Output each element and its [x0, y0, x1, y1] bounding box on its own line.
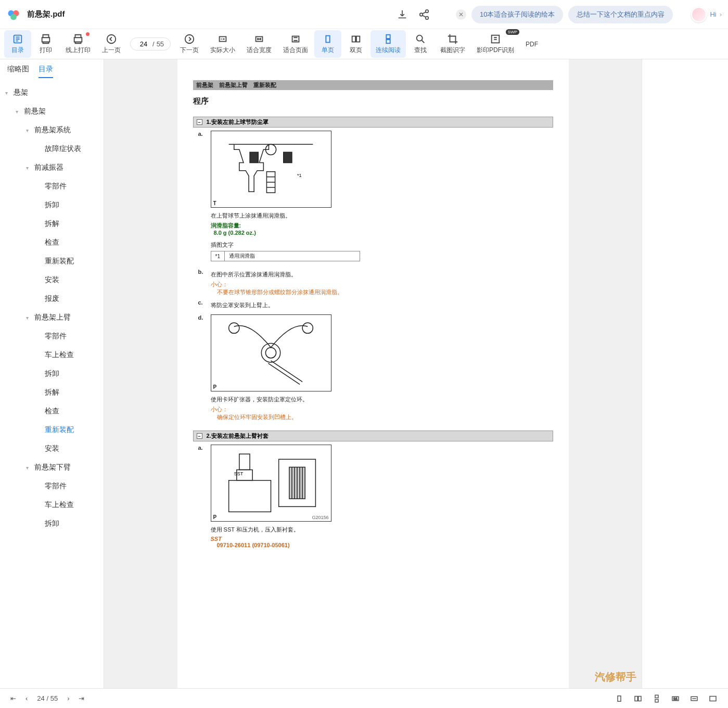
tree-item[interactable]: ▾前悬架	[2, 102, 101, 121]
tree-caret-icon: ▾	[26, 128, 32, 133]
first-page-button[interactable]: ⇤	[10, 694, 16, 702]
step-2-header: −2.安装左前悬架上臂衬套	[193, 431, 553, 441]
tree-item[interactable]: 安装	[2, 439, 101, 458]
one-to-one-icon[interactable]: 1:1	[671, 694, 680, 703]
svg-rect-35	[638, 696, 641, 701]
svg-point-27	[265, 348, 276, 358]
prev-page-button-sb[interactable]: ‹	[25, 694, 28, 702]
prev-page-button[interactable]: 上一页	[97, 30, 126, 58]
tree-item[interactable]: 零部件	[2, 477, 101, 496]
toc-button[interactable]: 目录	[4, 30, 31, 58]
suggestion-pill-1[interactable]: 10本适合孩子阅读的绘本	[471, 6, 563, 23]
tree-item[interactable]: ▾前悬架上臂	[2, 308, 101, 327]
double-page-button[interactable]: 双页	[342, 30, 369, 58]
tree-item[interactable]: ▾前减振器	[2, 158, 101, 177]
page-current-input[interactable]	[137, 40, 150, 48]
tab-thumbnail[interactable]: 缩略图	[7, 65, 29, 78]
tree-item-label: 拆卸	[45, 369, 59, 378]
svg-point-25	[302, 323, 313, 333]
svg-rect-33	[618, 696, 621, 701]
single-page-icon	[322, 33, 334, 45]
pdf-ocr-button[interactable]: SWP 影印PDF识别	[471, 30, 519, 58]
toc-icon	[12, 33, 23, 45]
ocr-icon	[490, 33, 501, 45]
share-icon[interactable]	[418, 9, 430, 20]
continuous-read-button[interactable]: 连续阅读	[371, 30, 406, 58]
fit-width-icon	[253, 33, 265, 45]
tree-item[interactable]: 车上检查	[2, 346, 101, 364]
online-print-button[interactable]: 线上打印	[60, 30, 96, 58]
sidebar: 缩略图 目录 ▾悬架▾前悬架▾前悬架系统故障症状表▾前减振器零部件拆卸拆解检查重…	[0, 59, 104, 688]
actual-size-button[interactable]: 实际大小	[205, 30, 240, 58]
avatar[interactable]	[691, 7, 707, 22]
tree-caret-icon: ▾	[26, 165, 32, 171]
find-button[interactable]: 查找	[407, 30, 434, 58]
tree-item[interactable]: 故障症状表	[2, 140, 101, 158]
pdf-button[interactable]: PDF	[520, 37, 543, 51]
tree-item[interactable]: 重新装配	[2, 252, 101, 271]
tree-item[interactable]: 拆卸	[2, 196, 101, 214]
tree-item[interactable]: 零部件	[2, 177, 101, 196]
tree-item-label: 车上检查	[45, 500, 74, 510]
svg-rect-36	[655, 695, 658, 698]
procedure-title: 程序	[193, 96, 553, 106]
svg-point-2	[10, 14, 17, 20]
svg-point-3	[426, 9, 429, 12]
svg-point-7	[107, 35, 116, 44]
fit-width-button[interactable]: 适合宽度	[241, 30, 277, 58]
tree-item-label: 报废	[45, 294, 59, 304]
suggestion-pill-2[interactable]: 总结一下这个文档的重点内容	[568, 6, 673, 23]
next-page-button[interactable]: 下一页	[175, 30, 204, 58]
two-page-view-icon[interactable]	[633, 694, 643, 703]
svg-rect-28	[239, 454, 250, 470]
toc-tree: ▾悬架▾前悬架▾前悬架系统故障症状表▾前减振器零部件拆卸拆解检查重新装配安装报废…	[0, 80, 104, 536]
tree-item[interactable]: ▾前悬架下臂	[2, 458, 101, 477]
tree-item[interactable]: ▾悬架	[2, 83, 101, 102]
tree-caret-icon: ▾	[16, 109, 22, 115]
crop-ocr-button[interactable]: 截图识字	[435, 30, 470, 58]
svg-text:SST: SST	[234, 471, 244, 476]
next-page-button-sb[interactable]: ›	[67, 694, 69, 702]
tree-item[interactable]: 拆解	[2, 214, 101, 233]
tree-item[interactable]: 拆卸	[2, 364, 101, 383]
tree-item[interactable]: 检查	[2, 233, 101, 252]
close-pill-icon[interactable]: ✕	[456, 9, 466, 20]
tree-item[interactable]: 检查	[2, 402, 101, 421]
svg-point-4	[420, 13, 423, 16]
tree-item[interactable]: 报废	[2, 289, 101, 308]
tab-toc[interactable]: 目录	[39, 65, 53, 78]
tree-item-label: 检查	[45, 238, 59, 247]
svg-rect-22	[284, 153, 292, 163]
diagram-upper-arm: P	[211, 314, 331, 391]
tree-item[interactable]: 拆解	[2, 383, 101, 402]
step-1-header: −1.安装左前上球节防尘罩	[193, 117, 553, 128]
last-page-button[interactable]: ⇥	[79, 694, 84, 702]
tree-item[interactable]: 零部件	[2, 327, 101, 346]
toolbar: 目录 打印 线上打印 上一页 / 55 下一页 实际大小 适合宽度 适合页面 单…	[0, 29, 728, 59]
header: 前悬架.pdf ✕ 10本适合孩子阅读的绘本 总结一下这个文档的重点内容 Hi …	[0, 0, 728, 29]
download-icon[interactable]	[397, 9, 408, 20]
continuous-view-icon[interactable]	[652, 694, 661, 703]
chevron-right-icon[interactable]: ›	[720, 10, 722, 18]
content-area[interactable]: 前悬架 前悬架上臂 重新装配 程序 −1.安装左前上球节防尘罩 a. *1 T …	[104, 59, 642, 688]
print-button[interactable]: 打印	[32, 30, 59, 58]
fit-page-sb-icon[interactable]	[708, 694, 718, 703]
svg-rect-11	[292, 36, 299, 42]
statusbar: ⇤ ‹ 24 / 55 › ⇥ 1:1	[0, 688, 728, 708]
svg-rect-16	[386, 40, 390, 43]
page-input-group[interactable]: / 55	[130, 37, 171, 50]
tree-item[interactable]: 安装	[2, 271, 101, 289]
single-page-button[interactable]: 单页	[314, 30, 341, 58]
fit-page-button[interactable]: 适合页面	[278, 30, 313, 58]
fit-width-sb-icon[interactable]	[689, 694, 699, 703]
svg-rect-13	[352, 36, 355, 42]
tree-item[interactable]: ▾前悬架系统	[2, 121, 101, 140]
continuous-icon	[382, 33, 394, 45]
tree-item-label: 安装	[45, 275, 59, 285]
svg-rect-41	[710, 696, 716, 701]
tree-item[interactable]: 拆卸	[2, 514, 101, 533]
single-page-view-icon[interactable]	[615, 694, 624, 703]
tree-item[interactable]: 车上检查	[2, 496, 101, 514]
tree-item[interactable]: 重新装配	[2, 421, 101, 439]
substep-a-label: a.	[198, 131, 206, 266]
